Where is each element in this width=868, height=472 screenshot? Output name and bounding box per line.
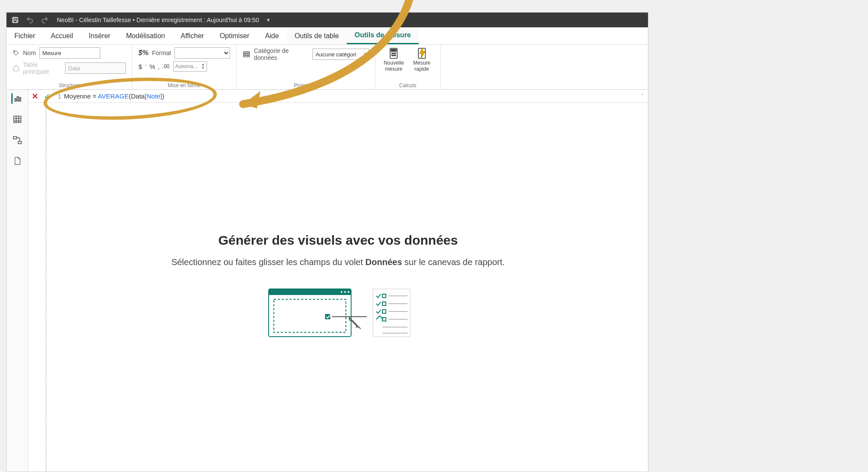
currency-button[interactable]: $ xyxy=(138,63,142,70)
quick-measure-button[interactable]: Mesure rapide xyxy=(410,47,434,72)
formula-measure-name: Moyenne xyxy=(64,92,91,100)
auto-decimals-spinner[interactable]: Automa...▲▼ xyxy=(173,61,207,72)
main-column: ✕ ✓ 1Moyenne = AVERAGE(Data[Note]) ˅ Gén… xyxy=(28,90,648,472)
tab-aide[interactable]: Aide xyxy=(257,27,287,44)
ribbon-group-calculs: Nouvelle mesure Mesure rapide Calculs xyxy=(375,45,441,89)
svg-rect-16 xyxy=(15,98,16,101)
svg-rect-26 xyxy=(269,289,351,337)
redo-icon[interactable] xyxy=(40,16,49,24)
format-label: Format xyxy=(152,49,171,56)
svg-point-14 xyxy=(395,55,396,56)
check-icon: ✓ xyxy=(44,92,50,101)
formula-bar: ✕ ✓ 1Moyenne = AVERAGE(Data[Note]) ˅ xyxy=(28,90,648,103)
quick-measure-icon xyxy=(416,47,428,59)
canvas-placeholder: Générer des visuels avec vos données Sél… xyxy=(28,233,648,341)
formula-function: AVERAGE xyxy=(98,92,128,100)
svg-rect-2 xyxy=(13,20,17,23)
ribbon-group-format: $% Format $˅ % , .00 Automa...▲▼ Mise en… xyxy=(132,45,237,89)
tab-afficher[interactable]: Afficher xyxy=(173,27,212,44)
undo-icon[interactable] xyxy=(26,16,34,24)
svg-point-28 xyxy=(341,291,342,293)
group-label-structure: Structure xyxy=(13,82,126,88)
work-area: ✕ ✓ 1Moyenne = AVERAGE(Data[Note]) ˅ Gén… xyxy=(7,90,648,472)
svg-rect-19 xyxy=(13,116,21,123)
window-title: NeoBI - Célestin Taillefesse • Dernière … xyxy=(57,16,259,23)
data-category-label: Catégorie de données xyxy=(254,47,309,61)
percent-button[interactable]: % xyxy=(149,63,155,70)
svg-rect-5 xyxy=(243,54,250,55)
group-label-properties: Propriétés xyxy=(243,82,369,88)
calculator-icon xyxy=(388,47,400,59)
formula-input[interactable]: 1Moyenne = AVERAGE(Data[Note]) xyxy=(55,92,637,100)
new-measure-button[interactable]: Nouvelle mesure xyxy=(381,47,406,72)
ribbon-body: Nom Table principale Structure $% Format xyxy=(7,45,648,90)
svg-rect-17 xyxy=(17,97,19,102)
placeholder-title: Générer des visuels avec vos données xyxy=(28,233,648,248)
home-table-label: Table principale xyxy=(23,61,62,75)
svg-rect-27 xyxy=(269,289,351,295)
tab-fichier[interactable]: Fichier xyxy=(7,27,43,44)
svg-point-3 xyxy=(14,51,15,52)
report-canvas[interactable]: Générer des visuels avec vos données Sél… xyxy=(28,103,648,472)
formula-line-number: 1 xyxy=(58,92,61,100)
group-label-format: Mise en forme xyxy=(138,82,230,88)
commit-formula-button[interactable]: ✓ xyxy=(43,92,51,100)
tab-outils-table[interactable]: Outils de table xyxy=(287,27,347,44)
placeholder-subtitle: Sélectionnez ou faites glisser les champ… xyxy=(28,257,648,267)
dax-view-icon[interactable] xyxy=(12,156,23,166)
svg-point-12 xyxy=(392,55,393,56)
ribbon-tabs: Fichier Accueil Insérer Modélisation Aff… xyxy=(7,27,648,45)
chevron-down-icon[interactable]: ˅ xyxy=(641,93,644,99)
new-measure-label: Nouvelle mesure xyxy=(381,60,406,72)
tab-accueil[interactable]: Accueil xyxy=(43,27,81,44)
formula-column: Note xyxy=(147,92,161,100)
tab-outils-mesure[interactable]: Outils de mesure xyxy=(347,27,419,44)
svg-point-11 xyxy=(395,53,396,54)
svg-rect-8 xyxy=(391,49,396,52)
name-label: Nom xyxy=(23,49,36,56)
svg-point-29 xyxy=(344,291,346,293)
svg-point-13 xyxy=(393,55,394,56)
svg-point-30 xyxy=(348,291,349,293)
model-view-icon[interactable] xyxy=(12,135,23,145)
decimals-button[interactable]: .00 xyxy=(162,63,170,69)
left-view-rail xyxy=(7,90,28,472)
tab-optimiser[interactable]: Optimiser xyxy=(212,27,257,44)
svg-point-9 xyxy=(392,53,393,54)
ribbon-group-properties: Catégorie de données Aucune catégori ˅ P… xyxy=(237,45,375,89)
format-icon: $% xyxy=(138,49,148,57)
tab-inserer[interactable]: Insérer xyxy=(81,27,118,44)
ribbon-group-structure: Nom Table principale Structure xyxy=(7,45,132,89)
measure-name-input[interactable] xyxy=(39,47,100,59)
svg-rect-25 xyxy=(18,141,21,144)
svg-rect-6 xyxy=(243,56,250,57)
thousands-button[interactable]: , xyxy=(158,63,160,70)
svg-rect-18 xyxy=(20,98,21,101)
titlebar: NeoBI - Célestin Taillefesse • Dernière … xyxy=(7,13,648,27)
save-icon[interactable] xyxy=(11,16,20,24)
close-icon: ✕ xyxy=(32,92,38,101)
group-label-calculs: Calculs xyxy=(381,82,434,88)
quick-measure-label: Mesure rapide xyxy=(410,60,434,72)
cancel-formula-button[interactable]: ✕ xyxy=(31,92,39,100)
svg-point-10 xyxy=(393,53,394,54)
svg-rect-1 xyxy=(13,17,16,19)
home-icon xyxy=(13,65,20,72)
placeholder-graphic xyxy=(28,285,648,341)
app-window: NeoBI - Célestin Taillefesse • Dernière … xyxy=(6,12,648,472)
data-category-value: Aucune catégori xyxy=(316,51,356,58)
home-table-input xyxy=(65,62,126,74)
chevron-down-icon[interactable]: ▼ xyxy=(266,17,271,23)
format-select[interactable] xyxy=(174,47,230,59)
svg-rect-4 xyxy=(243,52,250,53)
data-category-icon xyxy=(243,50,250,58)
formula-table: Data xyxy=(131,92,145,100)
data-category-select[interactable]: Aucune catégori ˅ xyxy=(312,49,369,60)
report-view-icon[interactable] xyxy=(11,93,22,104)
data-view-icon[interactable] xyxy=(12,114,23,125)
tab-modelisation[interactable]: Modélisation xyxy=(118,27,173,44)
svg-rect-24 xyxy=(13,137,16,139)
tag-icon xyxy=(13,49,20,56)
